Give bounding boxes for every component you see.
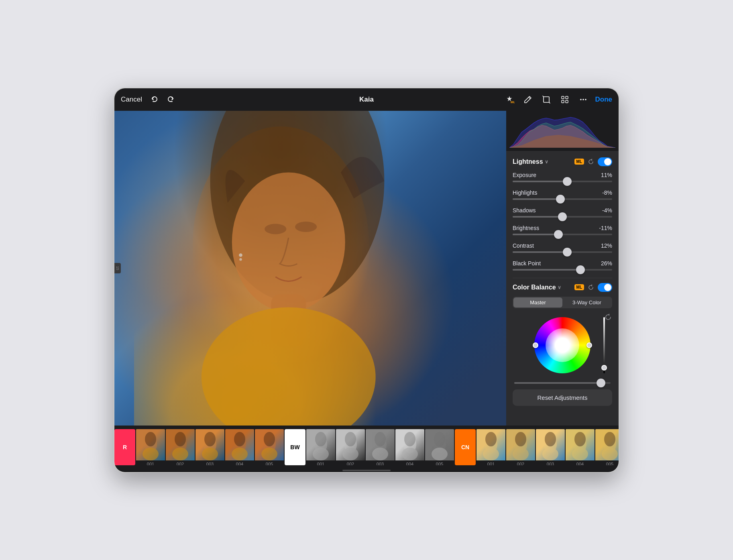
- film-thumb[interactable]: 005: [595, 429, 619, 465]
- slider-track-4[interactable]: [513, 251, 612, 253]
- svg-point-15: [265, 224, 286, 234]
- wheel-center-dot[interactable]: [559, 342, 566, 349]
- lightness-chevron[interactable]: ∨: [545, 159, 548, 165]
- film-thumb[interactable]: 005: [255, 429, 284, 465]
- slider-track-3[interactable]: [513, 234, 612, 235]
- slider-label-5: Black Point: [513, 260, 541, 267]
- film-thumb-label: 002: [336, 460, 365, 465]
- reset-adjustments-button[interactable]: Reset Adjustments: [513, 389, 612, 406]
- film-badge-cn[interactable]: CN: [455, 429, 476, 465]
- slider-thumb-4[interactable]: [563, 248, 572, 257]
- film-thumb[interactable]: 002: [166, 429, 195, 465]
- slider-label-3: Brightness: [513, 225, 539, 231]
- crop-icon[interactable]: [540, 93, 553, 106]
- lightness-controls: ML: [574, 157, 612, 166]
- film-thumb[interactable]: 001: [476, 429, 505, 465]
- film-thumb-label: 005: [255, 460, 284, 465]
- slider-value-2: -4%: [602, 207, 612, 214]
- side-tab[interactable]: 15: [114, 263, 121, 273]
- color-balance-ml-badge: ML: [574, 284, 584, 290]
- tab-3-way-color[interactable]: 3-Way Color: [562, 297, 611, 307]
- film-thumb[interactable]: 002: [506, 429, 535, 465]
- slider-fill-1: [513, 198, 560, 200]
- tab-master[interactable]: Master: [513, 297, 562, 307]
- slider-thumb-0[interactable]: [563, 177, 572, 186]
- svg-point-44: [404, 432, 415, 446]
- pencil-icon[interactable]: [521, 93, 534, 106]
- color-balance-reset-icon[interactable]: [587, 284, 595, 291]
- color-balance-toggle[interactable]: [598, 283, 612, 292]
- lightness-ml-badge: ML: [574, 159, 584, 165]
- redo-button[interactable]: [165, 94, 177, 106]
- portrait-svg: [114, 111, 506, 426]
- film-thumb-label: 002: [506, 460, 535, 465]
- film-thumb-label: 001: [306, 460, 335, 465]
- slider-value-1: -8%: [602, 189, 612, 196]
- magic-tool-icon[interactable]: ML: [503, 93, 516, 106]
- saturation-thumb[interactable]: [601, 365, 607, 371]
- svg-point-12: [232, 172, 345, 312]
- film-thumb[interactable]: 003: [366, 429, 395, 465]
- grid-icon[interactable]: [558, 93, 571, 106]
- saturation-slider[interactable]: [600, 317, 608, 373]
- svg-point-47: [434, 432, 445, 446]
- slider-track-2[interactable]: [513, 216, 612, 218]
- film-thumb[interactable]: 004: [395, 429, 424, 465]
- svg-point-9: [582, 99, 584, 100]
- film-thumb[interactable]: 003: [195, 429, 224, 465]
- slider-thumb-5[interactable]: [576, 265, 585, 274]
- done-button[interactable]: Done: [595, 96, 613, 104]
- slider-track-5[interactable]: [513, 269, 612, 271]
- svg-point-29: [234, 432, 245, 446]
- slider-track-1[interactable]: [513, 198, 612, 200]
- svg-rect-4: [562, 96, 564, 99]
- svg-line-3: [549, 102, 550, 103]
- svg-point-33: [261, 448, 277, 460]
- bottom-slider-row: [513, 382, 612, 384]
- saturation-track[interactable]: [603, 317, 605, 373]
- top-bar-right: ML: [448, 93, 612, 106]
- film-badge-r[interactable]: R: [114, 429, 135, 465]
- undo-redo-group: [149, 94, 177, 106]
- lightness-title: Lightness ∨: [513, 158, 548, 165]
- photo-area: 15: [114, 111, 506, 426]
- film-thumb[interactable]: 002: [336, 429, 365, 465]
- film-thumb[interactable]: 005: [425, 429, 454, 465]
- wheel-handle-right[interactable]: [586, 342, 592, 348]
- slider-track-0[interactable]: [513, 181, 612, 182]
- film-thumb[interactable]: 001: [306, 429, 335, 465]
- svg-point-56: [545, 432, 556, 446]
- bottom-slider-thumb[interactable]: [597, 379, 605, 387]
- color-balance-header: Color Balance ∨ ML: [513, 283, 612, 292]
- svg-rect-7: [566, 100, 568, 103]
- slider-fill-0: [513, 181, 567, 182]
- film-thumb-label: 004: [566, 460, 595, 465]
- film-thumb[interactable]: 004: [225, 429, 254, 465]
- bottom-slider-track[interactable]: [514, 382, 611, 384]
- undo-button[interactable]: [149, 94, 161, 106]
- svg-point-27: [202, 448, 218, 460]
- film-badge-bw[interactable]: BW: [285, 429, 305, 465]
- more-icon[interactable]: [577, 93, 590, 106]
- film-thumb[interactable]: 004: [566, 429, 595, 465]
- slider-row-shadows: Shadows -4%: [513, 207, 612, 218]
- slider-thumb-3[interactable]: [554, 230, 563, 239]
- film-thumb-label: 005: [595, 460, 619, 465]
- slider-thumb-2[interactable]: [558, 212, 567, 221]
- wheel-handle-left[interactable]: [533, 342, 538, 348]
- svg-point-51: [483, 448, 499, 460]
- film-thumb[interactable]: 003: [536, 429, 565, 465]
- film-thumb[interactable]: 001: [136, 429, 165, 465]
- color-balance-chevron[interactable]: ∨: [558, 285, 561, 290]
- lightness-toggle[interactable]: [598, 157, 612, 166]
- top-bar-left: Cancel: [121, 94, 285, 106]
- slider-row-black-point: Black Point 26%: [513, 260, 612, 271]
- side-panel: Lightness ∨ ML Exposure 11%: [506, 111, 619, 426]
- slider-fill-3: [513, 234, 558, 235]
- slider-thumb-1[interactable]: [556, 195, 565, 204]
- slider-label-row: Brightness -11%: [513, 225, 612, 231]
- cancel-button[interactable]: Cancel: [121, 96, 142, 104]
- svg-point-41: [375, 432, 386, 446]
- lightness-reset-icon[interactable]: [587, 158, 595, 165]
- color-wheel-wrapper[interactable]: [534, 317, 590, 373]
